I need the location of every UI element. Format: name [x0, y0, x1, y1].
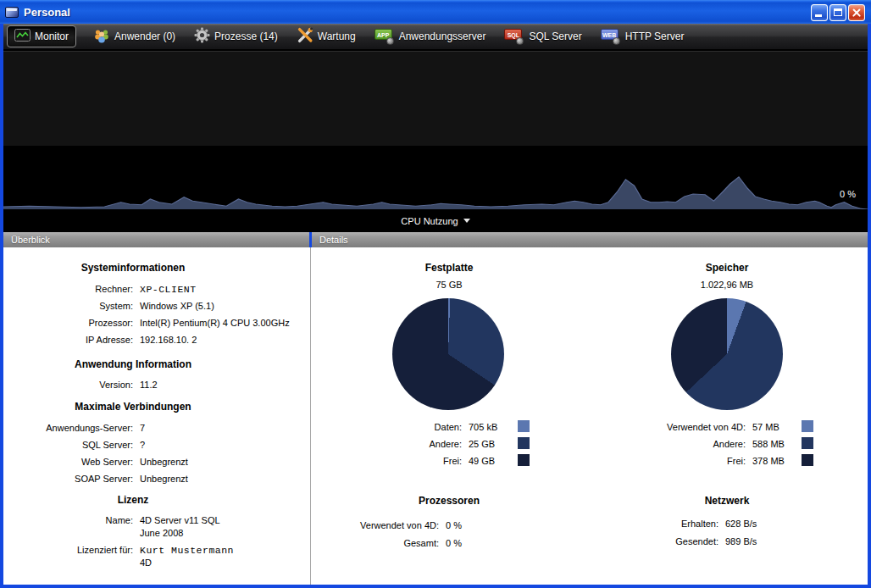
- gear-icon: [194, 27, 210, 46]
- toolbar-item-prozesse[interactable]: Prozesse (14): [189, 25, 283, 48]
- titlebar[interactable]: Personal: [0, 0, 871, 24]
- pie-chart-speicher: [671, 298, 783, 410]
- info-row-ip-adresse: IP Adresse: 192.168.10. 2: [8, 335, 308, 345]
- toolbar-item-monitor[interactable]: Monitor: [7, 25, 76, 47]
- minimize-button[interactable]: [811, 4, 828, 21]
- metric-selector[interactable]: CPU Nutzung: [401, 216, 469, 226]
- info-row-lizenziert-fuer: Lizenziert für: Kurt Mustermann: [8, 545, 308, 556]
- legend-swatch: [518, 420, 530, 432]
- section-heading-anwendung-information: Anwendung Information: [8, 358, 258, 370]
- legend-swatch: [802, 454, 813, 466]
- info-row-rechner: Rechner: XP-CLIENT: [8, 284, 308, 295]
- details-panel: Festplatte 75 GB Daten: 705 kB Andere: 2…: [311, 247, 868, 585]
- info-row-soap-server: SOAP Server: Unbegrenzt: [8, 474, 308, 484]
- close-icon: [849, 5, 864, 20]
- festplatte-title: Festplatte: [356, 262, 542, 274]
- prozessoren-title: Prozessoren: [356, 495, 542, 507]
- cpu-usage-graph: 0 %: [3, 146, 868, 209]
- toolbar-item-sql-server[interactable]: SQL SQL Server: [499, 26, 586, 47]
- maximize-button[interactable]: [829, 4, 846, 21]
- toolbar-label: Monitor: [35, 31, 69, 42]
- users-icon: [93, 28, 110, 46]
- toolbar: Monitor Anwender (0): [3, 24, 868, 51]
- toolbar-label: Wartung: [318, 31, 356, 42]
- info-row-prozessor: Prozessor: Intel(R) Pentium(R) 4 CPU 3.0…: [8, 318, 308, 328]
- netzwerk-title: Netzwerk: [634, 495, 820, 507]
- toolbar-label: Prozesse (14): [214, 31, 278, 42]
- toolbar-item-http-server[interactable]: WEB HTTP Server: [596, 26, 690, 47]
- legend-row-andere-mem: Andere: 588 MB: [623, 437, 813, 451]
- info-row-web-server: Web Server: Unbegrenzt: [8, 457, 308, 467]
- monitor-chart-icon: [14, 29, 31, 44]
- info-row-version: Version: 11.2: [8, 380, 308, 390]
- minimize-icon: [815, 14, 822, 17]
- info-row-system: System: Windows XP (5.1): [8, 301, 308, 311]
- info-row-cpu-4d: Verwendet von 4D: 0 %: [316, 520, 562, 530]
- maximize-icon: [834, 8, 842, 16]
- legend-row-andere-disk: Andere: 25 GB: [339, 437, 530, 451]
- legend-swatch: [802, 437, 813, 449]
- close-button[interactable]: [848, 4, 865, 21]
- app-icon: [5, 6, 19, 19]
- monitor-backdrop: [3, 51, 868, 146]
- toolbar-label: HTTP Server: [625, 31, 685, 42]
- app-window: Personal Monitor Anwender (0: [0, 0, 871, 588]
- window-title: Personal: [24, 6, 70, 19]
- legend-row-daten: Daten: 705 kB: [339, 420, 530, 434]
- http-server-icon: WEB: [601, 29, 621, 45]
- metric-selector-label: CPU Nutzung: [401, 216, 458, 226]
- legend-row-verwendet-4d: Verwendet von 4D: 57 MB: [623, 420, 813, 434]
- details-panel-header: Details: [312, 232, 868, 247]
- cpu-current-value: 0 %: [840, 189, 856, 199]
- section-heading-systeminformationen: Systeminformationen: [8, 262, 258, 274]
- sql-server-icon: SQL: [504, 29, 524, 45]
- info-row-lizenz-name-line2: June 2008: [140, 528, 183, 538]
- info-row-anwendungs-server: Anwendungs-Server: 7: [8, 423, 308, 433]
- section-heading-maximale-verbindungen: Maximale Verbindungen: [8, 401, 258, 413]
- toolbar-item-anwender[interactable]: Anwender (0): [88, 25, 180, 48]
- legend-row-frei-disk: Frei: 49 GB: [339, 454, 530, 468]
- toolbar-label: Anwendungsserver: [399, 31, 486, 42]
- overview-panel-header: Überblick: [3, 232, 309, 247]
- pie-chart-festplatte: [392, 298, 504, 410]
- tools-icon: [297, 27, 313, 46]
- toolbar-item-wartung[interactable]: Wartung: [291, 25, 361, 48]
- info-row-erhalten: Erhalten: 628 B/s: [596, 519, 841, 529]
- info-row-gesendet: Gesendet: 989 B/s: [596, 536, 841, 546]
- overview-panel: Systeminformationen Rechner: XP-CLIENT S…: [3, 247, 310, 585]
- legend-swatch: [802, 420, 813, 432]
- info-row-cpu-gesamt: Gesamt: 0 %: [316, 538, 562, 548]
- toolbar-label: SQL Server: [529, 31, 581, 42]
- legend-swatch: [518, 437, 530, 449]
- app-server-icon: APP: [374, 29, 395, 45]
- toolbar-label: Anwender (0): [114, 31, 175, 42]
- toolbar-item-anwendungsserver[interactable]: APP Anwendungsserver: [369, 26, 491, 47]
- legend-row-frei-mem: Frei: 378 MB: [623, 454, 813, 468]
- info-row-sql-server: SQL Server: ?: [8, 440, 308, 450]
- info-row-lizenz-name: Name: 4D Server v11 SQL: [8, 515, 308, 525]
- speicher-total: 1.022,96 MB: [634, 280, 820, 290]
- section-heading-lizenz: Lizenz: [8, 494, 258, 506]
- info-row-lizenziert-fuer-line2: 4D: [140, 557, 152, 568]
- metric-selector-bar: CPU Nutzung: [3, 209, 868, 232]
- legend-swatch: [518, 454, 530, 466]
- festplatte-total: 75 GB: [356, 280, 542, 290]
- chevron-down-icon: [463, 219, 470, 223]
- speicher-title: Speicher: [634, 262, 820, 274]
